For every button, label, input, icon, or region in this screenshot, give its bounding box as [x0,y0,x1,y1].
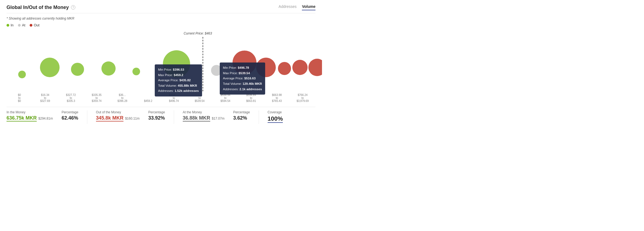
divider-3 [259,110,259,124]
out-label: Out [34,23,39,27]
divider-2 [174,110,174,124]
stats-row: In the Money 636.75k MKR $294.81m Percen… [7,107,315,124]
at-money-group: At the Money 36.88k MKR $17.07m [183,110,233,121]
out-pct-label: Percentage [148,110,165,114]
out-money-label: Out of the Money [96,110,140,114]
help-icon[interactable]: ? [71,5,75,10]
x-label-8: $539.54to$594.54 [212,93,238,102]
at-label: At [22,23,25,27]
in-money-value: 636.75k MKR [7,115,37,121]
bubble-3 [101,61,116,76]
out-of-money-group: Out of the Money 345.8k MKR $160.11m [96,110,148,121]
bubble-0 [18,71,26,78]
in-money-sub: $294.81m [38,117,53,120]
in-label: In [11,23,14,27]
x-label-3: $335.35to$359.74 [84,93,110,102]
legend-at: At [18,23,25,27]
x-label-10: $663.98to$765.43 [264,93,290,102]
in-pct-label: Percentage [61,110,78,114]
in-money-label: In the Money [7,110,53,114]
header: Global In/Out of the Money ? Addresses V… [7,4,315,13]
out-pct-value: 33.92% [148,115,165,121]
title-row: Global In/Out of the Money ? [7,5,75,10]
current-price-line [203,37,203,91]
bubble-10 [292,60,308,75]
coverage-label: Coverage [268,110,283,114]
out-money-sub: $160.11m [125,117,140,120]
x-label-9: $594.84to$663.81 [238,93,264,102]
in-pct-value: 62.46% [61,115,78,121]
tooltip-1: Min Price: $496.78Max Price: $539.54Aver… [220,63,265,95]
legend: In At Out [7,23,315,27]
tab-addresses[interactable]: Addresses [278,4,296,10]
x-label-1: $16.34to$327.69 [32,93,58,102]
in-the-money-group: In the Money 636.75k MKR $294.81m [7,110,61,121]
bubble-2 [71,63,84,76]
at-money-sub: $17.07m [212,117,225,120]
at-money-label: At the Money [183,110,225,114]
x-label-11: $766.24to$3,879.69 [290,93,315,102]
legend-out: Out [30,23,39,27]
chart-area: Current Price: $463Min Price: $396.53Max… [7,32,315,91]
legend-in: In [7,23,14,27]
bubble-9 [278,62,291,75]
page-title: Global In/Out of the Money [7,5,69,10]
bubble-11 [308,59,322,76]
subtitle: * Showing all addresses currently holdin… [7,17,315,20]
out-pct-group: Percentage 33.92% [148,110,174,121]
tab-group: Addresses Volume [278,4,315,10]
x-label-2: $327.72to$335.3 [58,93,84,102]
current-price-label: Current Price: $463 [184,32,212,35]
divider-1 [87,110,87,124]
at-pct-value: 3.62% [233,115,247,121]
bubble-4 [132,68,140,75]
at-pct-label: Percentage [233,110,250,114]
tab-volume[interactable]: Volume [302,4,315,10]
coverage-group: Coverage 100% [268,110,292,123]
in-dot [7,24,9,27]
out-money-value: 345.8k MKR [96,115,123,121]
at-pct-group: Percentage 3.62% [233,110,258,121]
tooltip-0: Min Price: $396.53Max Price: $459.2Avera… [155,64,202,96]
bubble-1 [40,58,60,77]
coverage-value: 100% [268,115,283,123]
at-dot [18,24,21,27]
x-label-4: $36…to$396.28 [110,93,135,102]
at-money-value: 36.88k MKR [183,115,210,121]
out-dot [30,24,32,27]
x-label-0: $0to$0 [7,93,32,102]
in-pct-group: Percentage 62.46% [61,110,87,121]
